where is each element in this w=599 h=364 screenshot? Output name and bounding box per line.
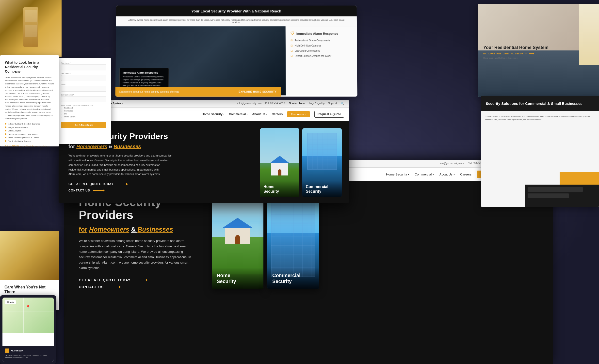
phone-app-panel: 📍 65 mph ALARM.COM Excessive Speed Alert… <box>0 295 56 364</box>
care-title: Care When You're Not There <box>4 285 55 294</box>
commercial-body: For commercial home usage, Many of our r… <box>481 111 599 125</box>
feature-item-4: ☑ Expert Support, Around the Clock <box>291 55 352 57</box>
nav-service-areas[interactable]: Service Areas <box>289 102 305 105</box>
security-camera-area: Immediate Alarm Response We own our Cent… <box>115 26 286 95</box>
security-bottom-bar: Learn more about our home security syste… <box>115 87 281 96</box>
email-link[interactable]: info@gensecurity.com <box>440 162 464 165</box>
form-label-service: Service location* <box>61 94 106 96</box>
form-input-service[interactable] <box>61 96 106 102</box>
commercial-panel: Security Solutions for Commercial & Smal… <box>481 96 599 207</box>
article-panel: What to Look for in a Residential Securi… <box>0 55 59 146</box>
arrow-icon-contact <box>107 286 121 288</box>
residential-explore-link[interactable]: EXPLORE RESIDENTIAL SECURITY <box>483 52 549 55</box>
nav-about-us[interactable]: About Us <box>252 112 267 116</box>
arrow-icon-quote <box>133 279 148 281</box>
cta-contact[interactable]: CONTACT US <box>68 189 250 192</box>
article-feature-6: Fire & Life Safety Devices <box>5 140 54 142</box>
road-v <box>23 298 24 333</box>
article-feature-4: Remote Monitoring & Surveillance <box>5 133 54 135</box>
article-feature-2: Burglar Alarm Systems <box>5 126 54 128</box>
nav-resources[interactable]: Resources <box>287 111 310 117</box>
homeowners-link[interactable]: Homeowners <box>89 226 129 233</box>
cta-get-quote[interactable]: GET A FREE QUOTE TODAY <box>79 278 202 282</box>
form-checkbox-commercial[interactable]: Commercial <box>61 110 106 112</box>
residential-title: Your Residential Home System <box>483 45 549 50</box>
hero-businesses: Businesses <box>113 144 141 149</box>
shield-icon: 🛡 <box>291 31 294 36</box>
collage-container: What to Look for in a Residential Securi… <box>0 0 599 364</box>
hero-cta-section: GET A FREE QUOTE TODAY CONTACT US <box>79 278 202 289</box>
cta-quote[interactable]: GET A FREE QUOTE TODAY <box>68 182 250 186</box>
article-title: What to Look for in a Residential Securi… <box>5 60 54 74</box>
feature-title: 🛡 Immediate Alarm Response <box>291 31 352 36</box>
nav-home-security[interactable]: Home Security <box>202 112 225 116</box>
feature-item-1: ☑ Professional Grade Components <box>291 39 352 42</box>
card-commercial-security[interactable]: CommercialSecurity <box>302 128 342 197</box>
form-checkbox-phone[interactable]: Phone System <box>61 116 106 118</box>
nav-phone[interactable]: Call 800-343-2250 <box>265 102 285 105</box>
security-info-panel: Your Local Security Provider With a Nati… <box>115 6 357 97</box>
residential-text: Your Residential Home System EXPLORE RES… <box>483 45 549 59</box>
commercial-security-label: CommercialSecurity <box>267 268 319 289</box>
article-feature-3: Video Analytics <box>5 130 54 132</box>
form-checkbox-diy[interactable]: DIY <box>61 113 106 115</box>
article-cta[interactable]: Call 800-343-2250 now or fill out the fo… <box>5 145 54 146</box>
form-input-lastname[interactable] <box>61 75 106 81</box>
commercial-header: Security Solutions for Commercial & Smal… <box>481 96 599 111</box>
nav-careers[interactable]: Careers <box>272 112 283 116</box>
bottom-nav-home-security[interactable]: Home Security ▾ <box>386 173 409 176</box>
alarm-brand: ALARM.COM <box>11 350 23 352</box>
businesses-link[interactable]: Businesses <box>137 226 173 233</box>
form-submit-button[interactable]: Get A Free Quote <box>61 122 106 128</box>
nav-email[interactable]: info@gensecurity.com <box>237 102 261 105</box>
nav-commercial[interactable]: Commercial <box>229 112 248 116</box>
card-home-security[interactable]: HomeSecurity <box>260 128 299 197</box>
alarm-logo-row: ALARM.COM <box>5 348 51 353</box>
main-nav-items: Home Security Commercial About Us Career… <box>202 111 344 118</box>
hover-text: Hover over each HotSpot to learn more. <box>483 57 549 59</box>
location-pin-icon: 📍 <box>25 305 31 310</box>
nav-login[interactable]: Login/Sign Up <box>309 102 324 105</box>
bullet-icon <box>5 137 6 138</box>
search-icon[interactable]: 🔍 <box>340 102 344 105</box>
arrow-icon-2 <box>93 189 105 192</box>
door-shape <box>23 7 38 47</box>
care-image <box>0 231 59 280</box>
commercial-form-hint <box>525 185 599 201</box>
form-checkbox-residential[interactable]: Residential <box>61 107 106 109</box>
top-nav-right: info@gensecurity.com Call 800-343-2250 S… <box>237 102 344 105</box>
form-hint-input <box>528 187 583 192</box>
hero-subtitle: for Homeowners & Businesses <box>68 144 250 149</box>
bullet-icon <box>5 127 6 128</box>
home-security-card[interactable]: HomeSecurity <box>212 196 263 289</box>
bottom-nav-commercial[interactable]: Commercial ▾ <box>415 173 434 176</box>
chevron-down-icon: ▾ <box>408 173 409 176</box>
bottom-nav-about-us[interactable]: About Us ▾ <box>439 173 454 176</box>
card-commercial-label: CommercialSecurity <box>302 181 342 197</box>
form-panel: First Name * Last Name * Email* Service … <box>57 58 111 144</box>
explore-link[interactable]: EXPLORE HOME SECURITY <box>239 90 277 93</box>
form-input-email[interactable] <box>61 86 106 92</box>
bottom-nav-careers[interactable]: Careers <box>460 173 471 176</box>
building-grid-pattern <box>271 203 315 277</box>
hero-image-cards: HomeSecurity CommercialSecurity <box>260 121 349 203</box>
check-icon: ☑ <box>291 55 293 57</box>
security-features-panel: 🛡 Immediate Alarm Response ☑ Professiona… <box>286 26 357 95</box>
form-input-firstname[interactable] <box>61 64 106 70</box>
cta-contact-us[interactable]: CONTACT US <box>79 285 202 289</box>
phone-notification-bar: ALARM.COM Excessive Speed Alert: Jane's … <box>2 346 54 362</box>
nav-support[interactable]: Support <box>328 102 337 105</box>
door-panel-2 <box>25 25 37 37</box>
nav-request-quote[interactable]: Request a Quote <box>314 111 344 118</box>
form-label-email: Email* <box>61 83 106 85</box>
right-top-interior-panel: Your Residential Home System EXPLORE RES… <box>478 4 599 97</box>
house-illustration <box>270 156 290 175</box>
commercial-security-card[interactable]: CommercialSecurity <box>267 196 319 289</box>
bullet-icon <box>5 133 6 135</box>
house-img <box>223 218 252 244</box>
card-home-label: HomeSecurity <box>260 181 299 197</box>
check-icon: ☑ <box>291 49 293 52</box>
curtain-illustration <box>579 4 599 65</box>
phone-screen: 📍 65 mph ALARM.COM Excessive Speed Alert… <box>2 298 54 362</box>
article-body: Unlike some home security systems servic… <box>5 76 54 120</box>
